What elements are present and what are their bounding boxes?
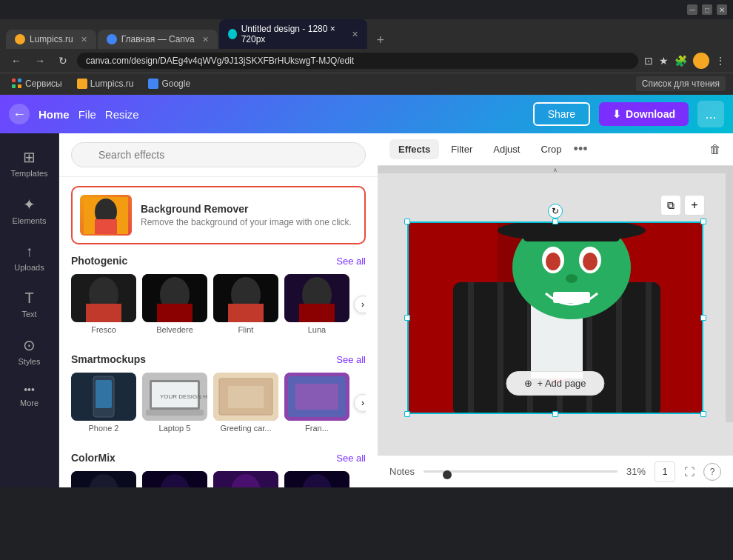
photogenic-see-all[interactable]: See all <box>336 256 366 267</box>
bookmark-icon[interactable]: ★ <box>659 55 669 67</box>
tab-close-design[interactable]: ✕ <box>352 30 358 39</box>
tab-favicon-lumpics <box>15 34 25 44</box>
bookmark-google[interactable]: Google <box>144 77 195 90</box>
nav-refresh[interactable]: ↻ <box>55 53 71 68</box>
bg-remover-thumb <box>80 195 132 236</box>
back-button[interactable]: ← <box>9 104 30 124</box>
svg-point-68 <box>546 253 560 270</box>
effect-amethyst[interactable]: Amethyst <box>213 471 278 487</box>
effect-marmalade[interactable]: Marmala... <box>284 471 349 487</box>
nav-back[interactable]: ← <box>7 53 25 68</box>
progress-track[interactable] <box>424 470 617 473</box>
services-grid-icon <box>12 79 22 89</box>
effect-frame[interactable]: Fran... <box>284 373 349 433</box>
minimize-btn[interactable]: ─ <box>687 4 697 15</box>
download-button[interactable]: ⬇ Download <box>599 102 689 126</box>
app: ← Home File Resize Share ⬇ Download ... … <box>0 95 733 487</box>
reading-list-btn[interactable]: Список для чтения <box>636 76 726 91</box>
top-bar: ← Home File Resize Share ⬇ Download ... <box>0 95 733 133</box>
extension-icon[interactable]: 🧩 <box>675 55 687 67</box>
filter-tool-btn[interactable]: Filter <box>442 139 481 159</box>
effect-arctic[interactable]: Arctic <box>142 471 207 487</box>
sidebar-item-styles-label: Styles <box>19 357 41 366</box>
bookmark-lumpics[interactable]: Lumpics.ru <box>73 77 138 90</box>
progress-thumb[interactable] <box>443 470 452 479</box>
effect-luna[interactable]: Luna <box>284 274 349 334</box>
photogenic-section: Photogenic See all Fresco <box>59 255 378 343</box>
tab-design[interactable]: Untitled design - 1280 × 720px ✕ <box>219 19 367 49</box>
menu-icon[interactable]: ⋮ <box>715 55 726 67</box>
bg-remover-card[interactable]: Background Remover Remove the background… <box>71 186 366 244</box>
notes-button[interactable]: Notes <box>389 466 415 477</box>
maximize-btn[interactable]: □ <box>702 4 712 15</box>
tab-close-canva-home[interactable]: ✕ <box>202 35 209 44</box>
photogenic-arrow[interactable]: › <box>354 296 366 313</box>
effects-panel: 🔍 Background Remover <box>59 133 378 487</box>
greeting-label: Greeting car... <box>220 424 271 433</box>
fresco-label: Fresco <box>91 325 116 334</box>
toolbar-dots[interactable]: ••• <box>574 141 588 157</box>
tab-canva-home[interactable]: Главная — Canva ✕ <box>98 30 218 49</box>
sidebar-item-styles[interactable]: ⊙ Styles <box>4 329 56 373</box>
adjust-tool-btn[interactable]: Adjust <box>484 139 529 159</box>
tab-close-lumpics[interactable]: ✕ <box>81 35 87 44</box>
svg-rect-18 <box>299 304 335 322</box>
close-btn[interactable]: ✕ <box>717 4 727 15</box>
effect-rainbow[interactable]: Rainbow <box>71 471 136 487</box>
scroll-arrow-top[interactable]: ∧ <box>378 166 733 173</box>
new-tab-button[interactable]: + <box>372 31 389 49</box>
trash-icon[interactable]: 🗑 <box>709 143 721 156</box>
flint-thumb <box>213 274 278 322</box>
effect-fresco[interactable]: Fresco <box>71 274 136 334</box>
svg-rect-33 <box>295 384 338 410</box>
add-page-label: + Add page <box>537 378 586 389</box>
copy-handle[interactable]: ⧉ <box>660 195 681 216</box>
effect-phone2[interactable]: Phone 2 <box>71 373 136 433</box>
effect-greeting[interactable]: Greeting car... <box>213 373 278 433</box>
search-input[interactable] <box>71 142 366 167</box>
bg-remover-title: Background Remover <box>141 203 357 215</box>
effect-belvedere[interactable]: Belvedere <box>142 274 207 334</box>
address-input[interactable] <box>77 53 638 69</box>
sidebar-item-uploads[interactable]: ↑ Uploads <box>4 236 56 279</box>
main-area: ⊞ Templates ✦ Elements ↑ Uploads T Text … <box>0 133 733 487</box>
scrollbar-vertical[interactable] <box>726 173 733 422</box>
sidebar-item-more[interactable]: ••• More <box>4 376 56 415</box>
smartmockups-header: Smartmockups See all <box>71 353 366 365</box>
more-options-button[interactable]: ... <box>697 101 724 127</box>
sidebar-item-templates[interactable]: ⊞ Templates <box>4 141 56 185</box>
home-button[interactable]: Home <box>39 108 70 121</box>
colormix-see-all[interactable]: See all <box>336 453 366 464</box>
cast-icon[interactable]: ⊡ <box>644 55 653 67</box>
lumpics-icon <box>77 79 87 89</box>
fullscreen-button[interactable]: ⛶ <box>684 466 694 478</box>
download-label: Download <box>626 108 675 120</box>
sidebar-item-elements[interactable]: ✦ Elements <box>4 188 56 233</box>
sidebar-item-text[interactable]: T Text <box>4 282 56 326</box>
effect-laptop5[interactable]: YOUR DESIGN HERE Laptop 5 <box>142 373 207 433</box>
share-button[interactable]: Share <box>533 102 590 126</box>
arctic-thumb <box>142 471 207 487</box>
add-handle[interactable]: + <box>684 195 705 216</box>
svg-rect-55 <box>498 282 503 414</box>
tab-lumpics[interactable]: Lumpics.ru ✕ <box>6 30 96 49</box>
page-indicator[interactable]: 1 <box>655 461 675 482</box>
nav-forward[interactable]: → <box>31 53 49 68</box>
styles-icon: ⊙ <box>23 336 36 354</box>
svg-text:YOUR DESIGN HERE: YOUR DESIGN HERE <box>160 393 207 400</box>
add-page-button[interactable]: ⊕ + Add page <box>506 371 604 396</box>
smartmockups-grid: Phone 2 YOUR DESIGN HERE Laptop 5 <box>71 373 366 433</box>
file-button[interactable]: File <box>78 108 96 121</box>
rotate-handle[interactable]: ↻ <box>548 204 563 219</box>
crop-tool-btn[interactable]: Crop <box>532 139 570 159</box>
help-button[interactable]: ? <box>703 463 721 481</box>
bookmark-services[interactable]: Сервисы <box>7 77 67 90</box>
tab-label-canva-home: Главная — Canva <box>121 34 195 44</box>
download-icon: ⬇ <box>612 108 621 120</box>
effects-tool-btn[interactable]: Effects <box>389 139 439 159</box>
effect-flint[interactable]: Flint <box>213 274 278 334</box>
resize-button[interactable]: Resize <box>105 108 139 121</box>
smartmockups-see-all[interactable]: See all <box>336 354 366 365</box>
profile-icon[interactable] <box>693 53 709 69</box>
smartmockups-arrow[interactable]: › <box>354 394 366 412</box>
